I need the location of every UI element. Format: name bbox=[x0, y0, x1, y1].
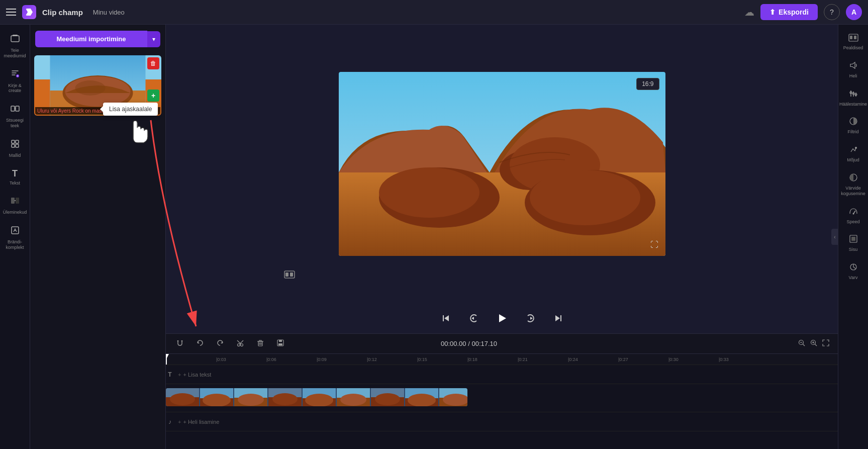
add-text-label[interactable]: + + Lisa tekst bbox=[174, 372, 211, 378]
svg-point-79 bbox=[340, 394, 366, 406]
timeline-expand-button[interactable] bbox=[822, 339, 830, 348]
import-btn-wrapper: Meediumi importimine ▾ bbox=[35, 31, 160, 47]
skip-to-end-button[interactable] bbox=[550, 310, 566, 326]
timeline-ruler: |0:03 |0:06 |0:09 |0:12 |0:15 |0:18 |0:2… bbox=[166, 354, 838, 365]
timeline-toolbar: 00:00.00 / 00:17.10 bbox=[166, 334, 838, 354]
current-time: 00:00.00 bbox=[441, 340, 466, 347]
svg-rect-30 bbox=[285, 273, 288, 277]
sidebar-item-templates[interactable]: Mallid bbox=[2, 135, 28, 162]
svg-rect-31 bbox=[290, 273, 293, 277]
aspect-ratio-badge[interactable]: 16:9 bbox=[636, 78, 659, 90]
video-preview: 16:9 ⛶ bbox=[166, 25, 838, 303]
text-track-icon: T bbox=[166, 371, 174, 378]
zoom-out-button[interactable] bbox=[798, 339, 806, 348]
video-track-content[interactable] bbox=[166, 384, 838, 412]
right-sidebar-item-speed[interactable]: Speed bbox=[840, 203, 866, 229]
export-button[interactable]: ⬆ Ekspordi bbox=[760, 4, 818, 20]
main-area: Teie meediumid Kirje & create Stsueegi bbox=[0, 25, 868, 449]
svg-rect-37 bbox=[560, 315, 561, 321]
clip-thumbnail-7 bbox=[371, 388, 404, 406]
svg-rect-8 bbox=[16, 144, 19, 147]
delete-clip-button[interactable] bbox=[254, 337, 266, 351]
svg-marker-38 bbox=[555, 315, 560, 321]
right-audio-label: Heli bbox=[849, 73, 857, 79]
audio-icon bbox=[849, 61, 858, 72]
svg-point-76 bbox=[305, 394, 333, 406]
right-sidebar-item-size[interactable]: Sisu bbox=[840, 230, 866, 256]
svg-rect-7 bbox=[12, 144, 15, 147]
redo-button[interactable] bbox=[214, 337, 226, 351]
clip-thumbnail-4 bbox=[268, 388, 302, 406]
undo-button[interactable] bbox=[194, 337, 206, 351]
audio-track-row: ♪ + + Heli lisamine bbox=[166, 412, 838, 431]
video-canvas[interactable] bbox=[339, 72, 665, 256]
sidebar-item-storyboard[interactable]: Stsueegi teek bbox=[2, 100, 28, 133]
varv-icon bbox=[849, 262, 858, 274]
svg-point-85 bbox=[408, 394, 436, 406]
app-logo bbox=[22, 5, 36, 19]
right-filters-label: Filtrid bbox=[848, 129, 859, 135]
right-size-label: Sisu bbox=[849, 247, 858, 252]
right-sidebar: ‹ Pealdised Heli bbox=[838, 25, 868, 449]
right-captions-label: Pealdised bbox=[843, 45, 863, 51]
media-add-to-timeline-button[interactable]: + bbox=[147, 89, 159, 102]
timeline-tracks: T + + Lisa tekst bbox=[166, 365, 838, 449]
right-sidebar-item-captions[interactable]: Pealdised bbox=[840, 30, 866, 55]
cut-button[interactable] bbox=[234, 337, 246, 351]
right-sidebar-item-effects[interactable]: Mõjud bbox=[840, 141, 866, 167]
playback-controls bbox=[166, 303, 838, 333]
save-to-clip-button[interactable] bbox=[274, 337, 286, 351]
forward-button[interactable] bbox=[522, 310, 538, 326]
import-media-button[interactable]: Meediumi importimine bbox=[35, 31, 147, 47]
captions-preview-btn[interactable] bbox=[281, 266, 298, 283]
equalizer-icon bbox=[849, 89, 858, 100]
hamburger-menu-icon[interactable] bbox=[6, 9, 16, 16]
size-icon bbox=[849, 234, 858, 245]
right-sidebar-item-varv[interactable]: Varv bbox=[840, 258, 866, 285]
sidebar-item-transitions[interactable]: Üleminekud bbox=[2, 192, 28, 219]
video-clip[interactable] bbox=[166, 388, 467, 406]
right-sidebar-item-filters[interactable]: Filtrid bbox=[840, 113, 866, 139]
sidebar-templates-label: Mallid bbox=[9, 153, 21, 158]
right-sidebar-item-audio[interactable]: Heli bbox=[840, 57, 866, 83]
fullscreen-button[interactable]: ⛶ bbox=[647, 238, 661, 252]
svg-rect-1 bbox=[13, 35, 18, 36]
media-delete-button[interactable]: 🗑 bbox=[147, 57, 159, 69]
svg-point-44 bbox=[241, 343, 243, 346]
svg-rect-53 bbox=[279, 340, 282, 342]
right-speed-label: Speed bbox=[846, 219, 859, 225]
video-title[interactable]: Minu video bbox=[93, 9, 125, 16]
import-chevron-button[interactable]: ▾ bbox=[147, 31, 160, 47]
magnet-tool-button[interactable] bbox=[174, 337, 186, 351]
right-sidebar-item-color[interactable]: Värvide kogusemine bbox=[840, 169, 866, 201]
media-panel: Meediumi importimine ▾ bbox=[30, 25, 166, 449]
sidebar-item-brand[interactable]: Brändi­komplekt bbox=[2, 221, 28, 254]
speed-icon bbox=[849, 207, 858, 218]
sidebar-brand-label: Brändi­komplekt bbox=[4, 239, 26, 250]
text-track-row: T + + Lisa tekst bbox=[166, 365, 838, 384]
timeline-area: 00:00.00 / 00:17.10 bbox=[166, 333, 838, 449]
svg-point-82 bbox=[375, 393, 400, 405]
sidebar-item-media[interactable]: Teie meediumid bbox=[2, 30, 28, 63]
transitions-icon bbox=[10, 196, 20, 208]
right-panel-collapse-button[interactable]: ‹ bbox=[831, 229, 838, 245]
add-audio-label[interactable]: + + Heli lisamine bbox=[174, 419, 219, 425]
audio-track-icon: ♪ bbox=[166, 418, 174, 425]
skip-to-start-button[interactable] bbox=[438, 310, 454, 326]
play-button[interactable] bbox=[494, 310, 510, 326]
sidebar-item-text-create[interactable]: Kirje & create bbox=[2, 65, 28, 98]
svg-marker-35 bbox=[499, 314, 506, 322]
svg-marker-34 bbox=[471, 317, 474, 320]
rewind-button[interactable] bbox=[466, 310, 482, 326]
topbar-right: ☁ ⬆ Ekspordi ? A bbox=[744, 4, 862, 20]
help-button[interactable]: ? bbox=[824, 4, 840, 20]
svg-point-102 bbox=[852, 213, 854, 214]
caption-button[interactable] bbox=[281, 266, 298, 283]
sidebar-item-text[interactable]: T Tekst bbox=[2, 164, 28, 190]
right-sidebar-item-equalizer[interactable]: Häälestamine bbox=[840, 85, 866, 111]
clip-thumbnail-3 bbox=[234, 388, 267, 406]
avatar-button[interactable]: A bbox=[846, 4, 862, 20]
zoom-in-button[interactable] bbox=[810, 339, 818, 348]
sidebar-text-label: Tekst bbox=[10, 181, 20, 186]
svg-point-28 bbox=[530, 170, 640, 225]
